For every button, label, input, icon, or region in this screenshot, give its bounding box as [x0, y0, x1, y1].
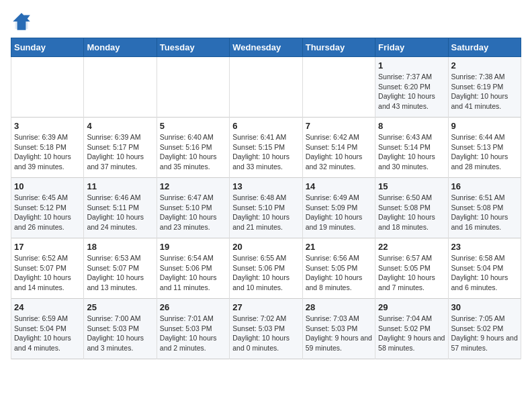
- day-info: Sunrise: 6:58 AM Sunset: 5:04 PM Dayligh…: [451, 253, 518, 293]
- calendar-cell: [302, 57, 375, 118]
- day-info: Sunrise: 6:57 AM Sunset: 5:05 PM Dayligh…: [378, 253, 445, 293]
- calendar-cell: 15Sunrise: 6:50 AM Sunset: 5:08 PM Dayli…: [375, 178, 448, 238]
- day-info: Sunrise: 6:46 AM Sunset: 5:11 PM Dayligh…: [87, 193, 153, 232]
- calendar-cell: 13Sunrise: 6:48 AM Sunset: 5:10 PM Dayli…: [230, 178, 302, 238]
- day-info: Sunrise: 6:50 AM Sunset: 5:08 PM Dayligh…: [378, 193, 445, 232]
- day-number: 1: [378, 60, 445, 71]
- day-number: 9: [451, 121, 518, 131]
- day-number: 26: [160, 302, 226, 312]
- calendar-cell: 25Sunrise: 7:00 AM Sunset: 5:03 PM Dayli…: [84, 299, 157, 359]
- day-info: Sunrise: 7:03 AM Sunset: 5:03 PM Dayligh…: [306, 314, 372, 353]
- calendar-cell: 4Sunrise: 6:39 AM Sunset: 5:17 PM Daylig…: [84, 118, 157, 178]
- logo: [11, 11, 35, 32]
- day-number: 14: [306, 181, 372, 191]
- week-row-1: 1Sunrise: 7:37 AM Sunset: 6:20 PM Daylig…: [11, 57, 521, 118]
- weekday-header-saturday: Saturday: [448, 38, 521, 57]
- calendar-cell: [157, 57, 229, 118]
- day-info: Sunrise: 6:39 AM Sunset: 5:17 PM Dayligh…: [87, 132, 153, 172]
- calendar-cell: 2Sunrise: 7:38 AM Sunset: 6:19 PM Daylig…: [448, 57, 521, 118]
- day-info: Sunrise: 7:04 AM Sunset: 5:02 PM Dayligh…: [378, 314, 445, 353]
- calendar-cell: [84, 57, 157, 118]
- calendar-cell: 3Sunrise: 6:39 AM Sunset: 5:18 PM Daylig…: [11, 118, 84, 178]
- calendar-cell: 17Sunrise: 6:52 AM Sunset: 5:07 PM Dayli…: [11, 238, 84, 299]
- calendar-cell: [11, 57, 84, 118]
- day-info: Sunrise: 6:54 AM Sunset: 5:06 PM Dayligh…: [160, 253, 226, 293]
- calendar-cell: 7Sunrise: 6:42 AM Sunset: 5:14 PM Daylig…: [302, 118, 375, 178]
- day-number: 27: [232, 302, 299, 312]
- day-number: 19: [160, 242, 226, 252]
- day-number: 11: [87, 181, 153, 191]
- day-info: Sunrise: 7:01 AM Sunset: 5:03 PM Dayligh…: [160, 314, 226, 353]
- day-info: Sunrise: 7:37 AM Sunset: 6:20 PM Dayligh…: [378, 72, 445, 111]
- day-info: Sunrise: 6:43 AM Sunset: 5:14 PM Dayligh…: [378, 132, 445, 172]
- day-number: 30: [451, 302, 518, 312]
- day-number: 25: [87, 302, 153, 312]
- day-number: 7: [306, 121, 372, 131]
- calendar-cell: 11Sunrise: 6:46 AM Sunset: 5:11 PM Dayli…: [84, 178, 157, 238]
- calendar-cell: 22Sunrise: 6:57 AM Sunset: 5:05 PM Dayli…: [375, 238, 448, 299]
- day-number: 23: [451, 242, 518, 252]
- calendar-table: SundayMondayTuesdayWednesdayThursdayFrid…: [11, 38, 521, 359]
- weekday-header-row: SundayMondayTuesdayWednesdayThursdayFrid…: [11, 38, 521, 57]
- day-info: Sunrise: 7:02 AM Sunset: 5:03 PM Dayligh…: [232, 314, 299, 353]
- day-number: 22: [378, 242, 445, 252]
- calendar-cell: 19Sunrise: 6:54 AM Sunset: 5:06 PM Dayli…: [157, 238, 229, 299]
- day-number: 24: [14, 302, 81, 312]
- calendar-cell: 1Sunrise: 7:37 AM Sunset: 6:20 PM Daylig…: [375, 57, 448, 118]
- calendar-cell: 27Sunrise: 7:02 AM Sunset: 5:03 PM Dayli…: [230, 299, 302, 359]
- day-info: Sunrise: 6:39 AM Sunset: 5:18 PM Dayligh…: [14, 132, 81, 172]
- day-info: Sunrise: 6:42 AM Sunset: 5:14 PM Dayligh…: [306, 132, 372, 172]
- day-info: Sunrise: 6:51 AM Sunset: 5:08 PM Dayligh…: [451, 193, 518, 232]
- calendar-cell: 12Sunrise: 6:47 AM Sunset: 5:10 PM Dayli…: [157, 178, 229, 238]
- weekday-header-sunday: Sunday: [11, 38, 84, 57]
- calendar-cell: 16Sunrise: 6:51 AM Sunset: 5:08 PM Dayli…: [448, 178, 521, 238]
- day-info: Sunrise: 6:55 AM Sunset: 5:06 PM Dayligh…: [232, 253, 299, 293]
- day-number: 6: [232, 121, 299, 131]
- logo-icon: [11, 11, 32, 32]
- calendar-cell: 29Sunrise: 7:04 AM Sunset: 5:02 PM Dayli…: [375, 299, 448, 359]
- day-number: 17: [14, 242, 81, 252]
- day-number: 4: [87, 121, 153, 131]
- calendar-cell: 9Sunrise: 6:44 AM Sunset: 5:13 PM Daylig…: [448, 118, 521, 178]
- calendar-cell: 23Sunrise: 6:58 AM Sunset: 5:04 PM Dayli…: [448, 238, 521, 299]
- day-info: Sunrise: 7:05 AM Sunset: 5:02 PM Dayligh…: [451, 314, 518, 353]
- day-number: 20: [232, 242, 299, 252]
- weekday-header-monday: Monday: [84, 38, 157, 57]
- day-number: 28: [306, 302, 372, 312]
- day-info: Sunrise: 6:59 AM Sunset: 5:04 PM Dayligh…: [14, 314, 81, 353]
- calendar-cell: 28Sunrise: 7:03 AM Sunset: 5:03 PM Dayli…: [302, 299, 375, 359]
- day-number: 12: [160, 181, 226, 191]
- day-number: 13: [232, 181, 299, 191]
- day-number: 16: [451, 181, 518, 191]
- day-number: 21: [306, 242, 372, 252]
- day-number: 5: [160, 121, 226, 131]
- day-info: Sunrise: 6:44 AM Sunset: 5:13 PM Dayligh…: [451, 132, 518, 172]
- calendar-cell: 8Sunrise: 6:43 AM Sunset: 5:14 PM Daylig…: [375, 118, 448, 178]
- weekday-header-friday: Friday: [375, 38, 448, 57]
- day-number: 10: [14, 181, 81, 191]
- day-info: Sunrise: 7:38 AM Sunset: 6:19 PM Dayligh…: [451, 72, 518, 111]
- day-number: 15: [378, 181, 445, 191]
- day-info: Sunrise: 6:47 AM Sunset: 5:10 PM Dayligh…: [160, 193, 226, 232]
- calendar-cell: 20Sunrise: 6:55 AM Sunset: 5:06 PM Dayli…: [230, 238, 302, 299]
- calendar-cell: 30Sunrise: 7:05 AM Sunset: 5:02 PM Dayli…: [448, 299, 521, 359]
- day-info: Sunrise: 6:49 AM Sunset: 5:09 PM Dayligh…: [306, 193, 372, 232]
- day-info: Sunrise: 6:52 AM Sunset: 5:07 PM Dayligh…: [14, 253, 81, 293]
- day-number: 29: [378, 302, 445, 312]
- day-info: Sunrise: 7:00 AM Sunset: 5:03 PM Dayligh…: [87, 314, 153, 353]
- calendar-cell: 21Sunrise: 6:56 AM Sunset: 5:05 PM Dayli…: [302, 238, 375, 299]
- weekday-header-thursday: Thursday: [302, 38, 375, 57]
- day-number: 18: [87, 242, 153, 252]
- week-row-2: 3Sunrise: 6:39 AM Sunset: 5:18 PM Daylig…: [11, 118, 521, 178]
- day-number: 8: [378, 121, 445, 131]
- calendar-cell: [230, 57, 302, 118]
- calendar-cell: 24Sunrise: 6:59 AM Sunset: 5:04 PM Dayli…: [11, 299, 84, 359]
- day-info: Sunrise: 6:56 AM Sunset: 5:05 PM Dayligh…: [306, 253, 372, 293]
- day-info: Sunrise: 6:48 AM Sunset: 5:10 PM Dayligh…: [232, 193, 299, 232]
- week-row-3: 10Sunrise: 6:45 AM Sunset: 5:12 PM Dayli…: [11, 178, 521, 238]
- day-info: Sunrise: 6:45 AM Sunset: 5:12 PM Dayligh…: [14, 193, 81, 232]
- calendar-cell: 14Sunrise: 6:49 AM Sunset: 5:09 PM Dayli…: [302, 178, 375, 238]
- day-number: 2: [451, 60, 518, 71]
- week-row-5: 24Sunrise: 6:59 AM Sunset: 5:04 PM Dayli…: [11, 299, 521, 359]
- calendar-cell: 10Sunrise: 6:45 AM Sunset: 5:12 PM Dayli…: [11, 178, 84, 238]
